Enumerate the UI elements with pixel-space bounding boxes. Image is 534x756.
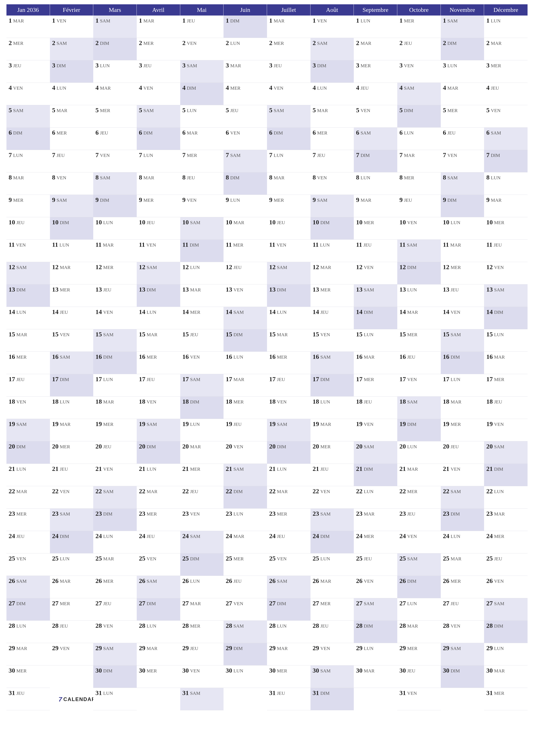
day-number: 23 <box>443 510 449 517</box>
day-cell: 13DIM <box>7 284 50 307</box>
day-abbr: LUN <box>103 534 113 539</box>
day-number: 25 <box>182 555 189 562</box>
day-abbr: VEN <box>187 198 196 203</box>
day-number: 30 <box>95 667 102 674</box>
day-abbr: VEN <box>320 489 330 494</box>
day-abbr: MAR <box>190 601 201 607</box>
day-abbr: JEU <box>451 601 459 607</box>
day-cell: 10JEU <box>137 217 180 240</box>
day-abbr: VEN <box>364 421 373 427</box>
day-abbr: SAM <box>103 332 114 338</box>
day-number: 18 <box>9 398 15 405</box>
day-cell: 25JEU <box>354 554 397 576</box>
day-abbr: VEN <box>190 668 200 674</box>
day-cell: 14DIM <box>484 307 527 329</box>
day-number: 7 <box>226 151 229 159</box>
day-number: 20 <box>356 443 362 450</box>
day-abbr: DIM <box>190 399 199 405</box>
day-number: 28 <box>9 622 15 629</box>
day-abbr: SAM <box>187 63 197 68</box>
day-cell: 17VEN <box>397 374 441 396</box>
day-cell: 7SAM <box>223 150 267 173</box>
day-cell: 11MAR <box>441 240 484 262</box>
day-cell: 4LUN <box>50 83 93 105</box>
day-cell: 10LUN <box>93 217 137 240</box>
day-number: 24 <box>443 532 449 540</box>
day-number: 7 <box>182 151 186 159</box>
day-number: 8 <box>52 174 55 181</box>
day-number: 31 <box>9 689 15 696</box>
day-number: 12 <box>356 263 362 271</box>
day-cell: 22MAR <box>7 486 50 509</box>
day-abbr: JEU <box>277 220 285 226</box>
day-cell: 5VEN <box>484 105 527 127</box>
day-cell: 3VEN <box>397 60 441 83</box>
day-cell: 26JEU <box>223 576 267 598</box>
day-abbr: VEN <box>146 242 156 248</box>
day-cell: 6DIM <box>7 127 50 150</box>
day-abbr: LUN <box>451 534 460 539</box>
day-abbr: JEU <box>364 399 372 405</box>
day-number: 12 <box>182 263 189 271</box>
day-number: 19 <box>226 420 232 428</box>
day-cell: 22DIM <box>223 486 267 509</box>
day-number: 14 <box>356 308 362 315</box>
day-cell: 25LUN <box>50 554 93 576</box>
day-abbr: MAR <box>16 332 27 338</box>
day-abbr: JEU <box>60 310 68 315</box>
day-abbr: SAM <box>233 623 244 629</box>
day-cell: 10VEN <box>397 217 441 240</box>
day-abbr: SAM <box>143 108 154 113</box>
day-number: 14 <box>182 308 189 315</box>
day-abbr: MER <box>494 534 504 539</box>
day-cell: 31VEN <box>397 688 441 710</box>
day-abbr: SAM <box>274 108 284 113</box>
day-abbr: JEU <box>190 646 198 651</box>
day-cell: 1MER <box>397 15 441 38</box>
day-cell: 15VEN <box>50 329 93 352</box>
day-abbr: MAR <box>404 152 415 158</box>
day-cell: 22VEN <box>311 486 354 509</box>
day-cell: 5JEU <box>223 105 267 127</box>
day-number: 17 <box>139 375 145 383</box>
day-number: 13 <box>95 286 102 293</box>
day-number: 4 <box>356 84 359 92</box>
day-number: 14 <box>486 308 493 315</box>
day-abbr: LUN <box>147 466 156 472</box>
day-cell: 17JEU <box>7 374 50 396</box>
day-number: 28 <box>139 622 145 629</box>
day-abbr: MAR <box>494 511 505 517</box>
day-cell: 26DIM <box>397 576 441 598</box>
day-number: 22 <box>443 487 449 495</box>
day-abbr: MAR <box>277 332 288 338</box>
day-cell: 5MAR <box>311 105 354 127</box>
day-number: 10 <box>95 219 102 226</box>
day-abbr: JEU <box>274 63 282 68</box>
day-number: 21 <box>443 465 449 472</box>
day-cell: 25MAR <box>441 554 484 576</box>
day-cell: 27LUN <box>397 598 441 621</box>
day-abbr: DIM <box>407 579 417 584</box>
day-number: 25 <box>95 555 102 562</box>
day-cell: 20VEN <box>223 441 267 464</box>
day-abbr: LUN <box>143 152 153 158</box>
day-number: 27 <box>443 600 449 607</box>
day-number: 23 <box>356 510 362 517</box>
day-abbr: LUN <box>190 265 200 270</box>
day-number: 14 <box>9 308 15 315</box>
day-abbr: JEU <box>451 444 459 449</box>
day-abbr: JEU <box>364 242 372 248</box>
day-number: 17 <box>443 375 449 383</box>
day-abbr: MER <box>451 421 461 427</box>
day-cell: 19SAM <box>267 419 311 441</box>
day-number: 31 <box>399 689 406 696</box>
day-cell: 8VEN <box>311 173 354 195</box>
day-number: 13 <box>182 286 189 293</box>
day-number: 11 <box>52 241 58 248</box>
day-cell: 15SAM <box>93 329 137 352</box>
day-abbr: MAR <box>317 108 328 113</box>
day-cell: 28MER <box>180 621 224 643</box>
day-number: 21 <box>52 465 59 472</box>
day-number: 13 <box>52 286 59 293</box>
empty-cell <box>223 688 267 710</box>
